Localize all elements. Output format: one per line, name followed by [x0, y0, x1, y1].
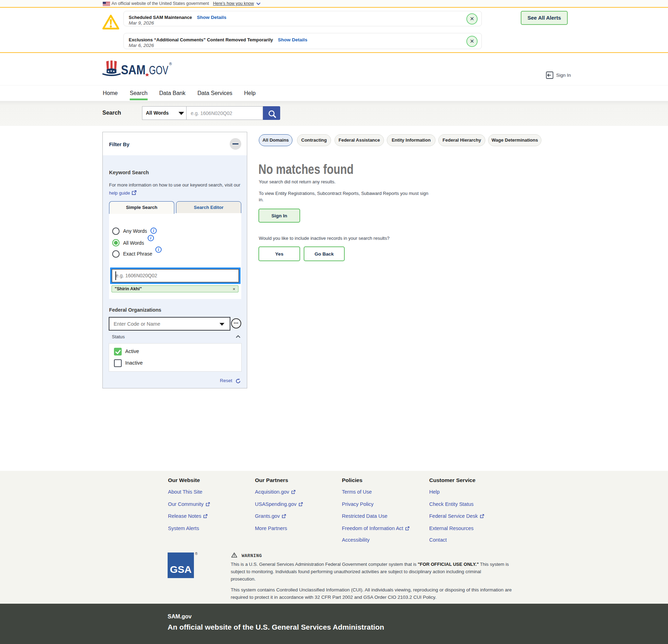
svg-text:®: ® — [169, 62, 172, 66]
svg-text:SAM: SAM — [121, 63, 146, 77]
svg-text:GOV: GOV — [149, 63, 168, 77]
svg-text:GSA: GSA — [170, 564, 192, 575]
